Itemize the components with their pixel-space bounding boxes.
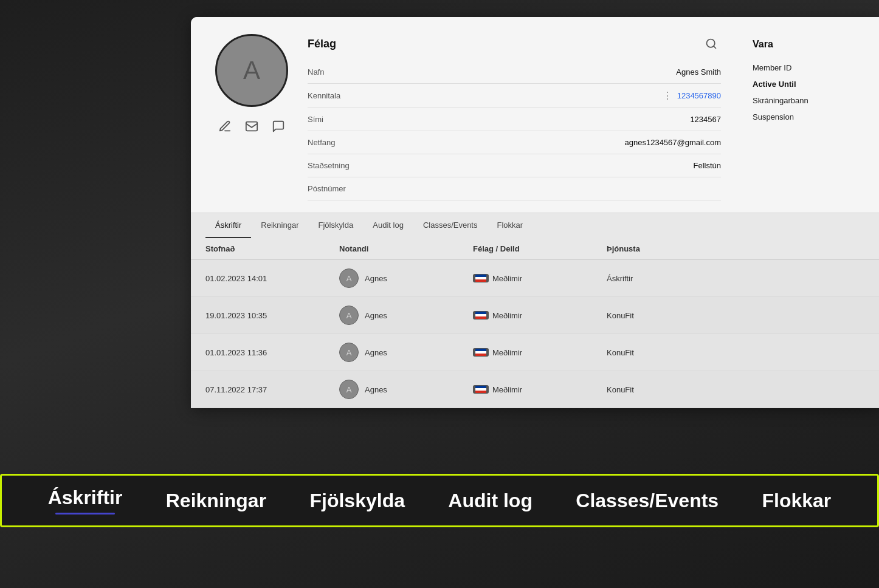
label-netfang: Netfang xyxy=(308,138,374,147)
table-row[interactable]: 19.01.2023 10:35 A Agnes Meðlimir KonuFi… xyxy=(191,297,879,334)
user-avatar-1: A xyxy=(339,268,359,288)
vara-active-until: Active Until xyxy=(753,76,862,92)
td-felag-4: Meðlimir xyxy=(473,385,607,394)
table-row[interactable]: 01.01.2023 11:36 A Agnes Meðlimir KonuFi… xyxy=(191,334,879,371)
chat-icon[interactable] xyxy=(270,118,287,135)
td-thjonusta-4: KonuFit xyxy=(607,385,740,394)
mail-icon[interactable] xyxy=(243,118,260,135)
tab-classes-events[interactable]: Classes/Events xyxy=(413,213,488,238)
bottom-tab-reikningar[interactable]: Reikningar xyxy=(154,490,278,512)
table-row[interactable]: 01.02.2023 14:01 A Agnes Meðlimir Áskrif… xyxy=(191,260,879,297)
bottom-tab-fjolskylda[interactable]: Fjölskylda xyxy=(297,490,417,512)
bottom-tab-askriftir[interactable]: Áskriftir xyxy=(36,487,135,514)
td-thjonusta-1: Áskriftir xyxy=(607,274,740,283)
tab-audit-log[interactable]: Audit log xyxy=(363,213,413,238)
search-button[interactable] xyxy=(701,34,721,53)
vara-suspension: Suspension xyxy=(753,109,862,125)
td-felag-3: Meðlimir xyxy=(473,348,607,357)
field-postnumer: Póstnúmer xyxy=(308,177,721,200)
svg-line-2 xyxy=(714,46,716,49)
flag-badge-4 xyxy=(473,385,489,394)
td-stofnad-4: 07.11.2022 17:37 xyxy=(205,385,339,394)
flag-badge-1 xyxy=(473,274,489,282)
td-felag-2: Meðlimir xyxy=(473,311,607,320)
info-panel: Félag Nafn Agnes Smith Kennitala ⋮ 123 xyxy=(308,34,721,200)
edit-icon[interactable] xyxy=(216,118,233,135)
flag-badge-3 xyxy=(473,348,489,357)
user-avatar-4: A xyxy=(339,380,359,399)
field-simi: Sími 1234567 xyxy=(308,108,721,131)
td-notandi-2: A Agnes xyxy=(339,306,473,325)
th-thjonusta: Þjónusta xyxy=(607,244,740,253)
flag-badge-2 xyxy=(473,311,489,320)
field-netfang: Netfang agnes1234567@gmail.com xyxy=(308,131,721,154)
field-kennitala: Kennitala ⋮ 1234567890 xyxy=(308,84,721,108)
info-header: Félag xyxy=(308,34,721,53)
kennitala-dots[interactable]: ⋮ xyxy=(663,90,672,101)
tab-fjolskylda[interactable]: Fjölskylda xyxy=(309,213,364,238)
top-section: A xyxy=(191,17,879,213)
tab-askriftir[interactable]: Áskriftir xyxy=(205,213,251,238)
flag-icon-4 xyxy=(475,386,486,393)
th-felag: Félag / Deild xyxy=(473,244,607,253)
flag-icon-2 xyxy=(475,312,486,319)
td-stofnad-1: 01.02.2023 14:01 xyxy=(205,274,339,283)
table-area: Stofnað Notandi Félag / Deild Þjónusta 0… xyxy=(191,238,879,408)
flag-icon-1 xyxy=(475,275,486,282)
active-tab-underline xyxy=(55,513,115,514)
section-title: Félag xyxy=(308,38,336,50)
avatar-actions xyxy=(216,118,287,135)
vara-panel: Vara Member ID Active Until Skráningarba… xyxy=(740,34,862,125)
user-avatar-2: A xyxy=(339,306,359,325)
td-stofnad-3: 01.01.2023 11:36 xyxy=(205,348,339,357)
tab-reikningar[interactable]: Reikningar xyxy=(251,213,308,238)
td-stofnad-2: 19.01.2023 10:35 xyxy=(205,311,339,320)
label-stadsetning: Staðsetning xyxy=(308,161,374,170)
field-nafn: Nafn Agnes Smith xyxy=(308,61,721,84)
avatar-area: A xyxy=(215,34,288,135)
user-avatar-3: A xyxy=(339,343,359,362)
table-header: Stofnað Notandi Félag / Deild Þjónusta xyxy=(191,238,879,260)
svg-rect-0 xyxy=(246,122,257,131)
td-notandi-3: A Agnes xyxy=(339,343,473,362)
vara-member-id: Member ID xyxy=(753,60,862,76)
field-stadsetning: Staðsetning Fellstún xyxy=(308,154,721,177)
td-thjonusta-2: KonuFit xyxy=(607,311,740,320)
tab-flokkar[interactable]: Flokkar xyxy=(487,213,533,238)
value-netfang: agnes1234567@gmail.com xyxy=(374,138,721,147)
th-notandi: Notandi xyxy=(339,244,473,253)
table-row[interactable]: 07.11.2022 17:37 A Agnes Meðlimir KonuFi… xyxy=(191,371,879,408)
vara-title: Vara xyxy=(753,39,862,50)
bottom-tab-classes-events[interactable]: Classes/Events xyxy=(564,490,731,512)
label-nafn: Nafn xyxy=(308,67,374,77)
label-simi: Sími xyxy=(308,115,374,124)
th-extra xyxy=(740,244,864,253)
tabs-bar: Áskriftir Reikningar Fjölskylda Audit lo… xyxy=(191,213,879,238)
bottom-tabs-bar: Áskriftir Reikningar Fjölskylda Audit lo… xyxy=(0,474,879,527)
bottom-tab-audit-log[interactable]: Audit log xyxy=(436,490,545,512)
avatar: A xyxy=(215,34,288,107)
flag-icon-3 xyxy=(475,349,486,356)
value-stadsetning: Fellstún xyxy=(374,161,721,170)
td-notandi-4: A Agnes xyxy=(339,380,473,399)
value-kennitala: ⋮ 1234567890 xyxy=(374,90,721,101)
vara-skraningarbann: Skráningarbann xyxy=(753,92,862,109)
bottom-tab-flokkar[interactable]: Flokkar xyxy=(750,490,843,512)
th-stofnad: Stofnað xyxy=(205,244,339,253)
td-thjonusta-3: KonuFit xyxy=(607,348,740,357)
label-kennitala: Kennitala xyxy=(308,91,374,100)
main-card: A xyxy=(191,17,879,408)
label-postnumer: Póstnúmer xyxy=(308,184,374,193)
td-notandi-1: A Agnes xyxy=(339,268,473,288)
value-nafn: Agnes Smith xyxy=(374,67,721,77)
td-felag-1: Meðlimir xyxy=(473,274,607,283)
value-simi: 1234567 xyxy=(374,115,721,124)
